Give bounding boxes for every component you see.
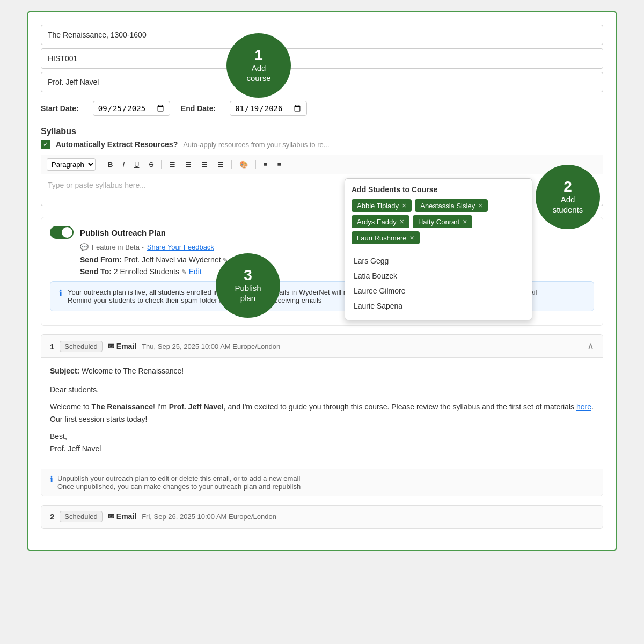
align-right-button[interactable]: ☰ bbox=[198, 159, 211, 170]
chat-icon: 💬 bbox=[80, 243, 89, 251]
email-1-subject: Subject: Welcome to The Renaissance! bbox=[50, 367, 594, 375]
auto-extract-row: ✓ Automatically Extract Resources? Auto-… bbox=[41, 140, 603, 149]
list-button[interactable]: ≡ bbox=[260, 159, 271, 170]
editor-toolbar: Paragraph B I U S ☰ ☰ ☰ ☰ 🎨 ≡ ≡ bbox=[41, 155, 603, 174]
palette-button[interactable]: 🎨 bbox=[236, 159, 251, 170]
student-list-item-lauree[interactable]: Lauree Gilmore bbox=[352, 283, 525, 298]
step-1-num: 1 bbox=[254, 48, 263, 63]
email-2-card: 2 Scheduled ✉ Email Fri, Sep 26, 2025 10… bbox=[41, 505, 603, 529]
email-1-num: 1 bbox=[50, 342, 54, 351]
student-tag-lauri-r-name: Lauri Rushmere bbox=[357, 234, 407, 242]
email-1-card: 1 Scheduled ✉ Email Thu, Sep 25, 2025 10… bbox=[41, 334, 603, 496]
unpublish-info-icon: ℹ bbox=[50, 474, 53, 491]
end-date-input[interactable] bbox=[230, 101, 307, 116]
edit-send-to-icon[interactable]: ✎ bbox=[181, 268, 187, 276]
share-feedback-link[interactable]: Share Your Feedback bbox=[147, 243, 214, 251]
align-center-button[interactable]: ☰ bbox=[182, 159, 195, 170]
unpublish-note-1: Unpublish your outreach plan to edit or … bbox=[57, 474, 301, 482]
unpublish-note-2: Once unpublished, you can make changes t… bbox=[57, 482, 301, 491]
email-1-status: Scheduled bbox=[60, 341, 102, 352]
auto-extract-hint: Auto-apply resources from your syllabus … bbox=[183, 141, 329, 149]
end-date-label: End Date: bbox=[181, 104, 216, 113]
unpublish-info-text: Unpublish your outreach plan to edit or … bbox=[57, 474, 301, 491]
auto-extract-checkbox[interactable]: ✓ bbox=[41, 140, 50, 149]
step-3-circle: 3 Publish plan bbox=[216, 253, 280, 318]
list2-button[interactable]: ≡ bbox=[274, 159, 285, 170]
send-to-label: Send To: bbox=[80, 267, 112, 276]
toolbar-sep-1 bbox=[100, 160, 100, 169]
send-from-label: Send From: bbox=[80, 255, 122, 264]
student-tag-abbie-name: Abbie Tiplady bbox=[357, 202, 399, 210]
email-1-content: Dear students, Welcome to The Renaissanc… bbox=[50, 384, 594, 455]
step-2-line2: students bbox=[553, 204, 583, 215]
beta-label: Feature in Beta - bbox=[92, 243, 144, 251]
strikethrough-button[interactable]: S bbox=[145, 159, 157, 170]
italic-button[interactable]: I bbox=[119, 159, 128, 170]
course-code-field[interactable]: HIST001 bbox=[41, 48, 603, 69]
underline-button[interactable]: U bbox=[131, 159, 142, 170]
students-dropdown: Add Students to Course Abbie Tiplady × A… bbox=[345, 178, 532, 320]
email-2-type: ✉ Email bbox=[108, 512, 136, 521]
step-2-num: 2 bbox=[564, 179, 572, 194]
student-list-item-lars[interactable]: Lars Gegg bbox=[352, 253, 525, 268]
edit-students-link[interactable]: Edit bbox=[189, 267, 202, 276]
info-icon: ℹ bbox=[59, 288, 62, 304]
remove-anestassia-icon[interactable]: × bbox=[478, 201, 482, 210]
date-row: Start Date: End Date: bbox=[41, 96, 603, 121]
email-envelope-icon: ✉ bbox=[108, 342, 114, 350]
step-1-circle: 1 Add course bbox=[226, 33, 291, 98]
course-name-field[interactable]: The Renaissance, 1300-1600 bbox=[41, 25, 603, 45]
students-dropdown-title: Add Students to Course bbox=[352, 185, 525, 194]
remove-abbie-icon[interactable]: × bbox=[402, 201, 406, 210]
student-tag-ardys-name: Ardys Eaddy bbox=[357, 218, 397, 226]
publish-toggle[interactable] bbox=[50, 226, 74, 239]
email-body-text: Welcome to The Renaissance! I'm Prof. Je… bbox=[50, 401, 594, 425]
student-tag-anestassia[interactable]: Anestassia Sisley × bbox=[415, 199, 488, 212]
syllabus-label: Syllabus bbox=[41, 127, 603, 136]
start-date-input[interactable] bbox=[93, 101, 170, 116]
students-list: Lars Gegg Latia Bouzek Lauree Gilmore La… bbox=[352, 250, 525, 313]
student-tag-hatty[interactable]: Hatty Conrart × bbox=[413, 215, 473, 228]
email-1-section: 1 Scheduled ✉ Email Thu, Sep 25, 2025 10… bbox=[41, 334, 603, 496]
student-tag-lauri-r[interactable]: Lauri Rushmere × bbox=[352, 231, 420, 244]
remove-lauri-r-icon[interactable]: × bbox=[410, 233, 414, 242]
justify-button[interactable]: ☰ bbox=[214, 159, 227, 170]
step-3-line1: Publish bbox=[235, 283, 261, 294]
student-tag-anestassia-name: Anestassia Sisley bbox=[420, 202, 475, 210]
align-left-button[interactable]: ☰ bbox=[166, 159, 179, 170]
email-1-chevron-icon[interactable]: ∧ bbox=[587, 340, 594, 352]
email-2-header: 2 Scheduled ✉ Email Fri, Sep 26, 2025 10… bbox=[41, 506, 603, 528]
email-2-timestamp: Fri, Sep 26, 2025 10:00 AM Europe/London bbox=[142, 513, 276, 521]
email-1-timestamp: Thu, Sep 25, 2025 10:00 AM Europe/London bbox=[142, 342, 280, 350]
auto-extract-label: Automatically Extract Resources? bbox=[56, 140, 178, 149]
toolbar-sep-2 bbox=[161, 160, 162, 169]
send-to-value: 2 Enrolled Students bbox=[114, 267, 181, 276]
remove-hatty-icon[interactable]: × bbox=[463, 217, 467, 226]
student-tag-abbie[interactable]: Abbie Tiplady × bbox=[352, 199, 412, 212]
instructor-field[interactable]: Prof. Jeff Navel bbox=[41, 72, 603, 92]
email-1-body: Subject: Welcome to The Renaissance! Dea… bbox=[41, 358, 603, 469]
toolbar-sep-3 bbox=[231, 160, 232, 169]
unpublish-info-box: ℹ Unpublish your outreach plan to edit o… bbox=[41, 469, 603, 496]
email-2-envelope-icon: ✉ bbox=[108, 512, 114, 521]
step-2-circle: 2 Add students bbox=[536, 165, 600, 229]
student-list-item-laurie[interactable]: Laurie Sapena bbox=[352, 298, 525, 313]
here-link[interactable]: here bbox=[576, 402, 591, 411]
student-list-item-latia[interactable]: Latia Bouzek bbox=[352, 268, 525, 283]
step-2-line1: Add bbox=[561, 194, 575, 205]
toolbar-sep-4 bbox=[255, 160, 256, 169]
start-date-label: Start Date: bbox=[41, 104, 79, 113]
email-1-type: ✉ Email bbox=[108, 342, 136, 350]
email-salutation: Dear students, bbox=[50, 384, 594, 396]
email-2-status: Scheduled bbox=[60, 511, 102, 522]
student-tag-ardys[interactable]: Ardys Eaddy × bbox=[352, 215, 409, 228]
remove-ardys-icon[interactable]: × bbox=[400, 217, 404, 226]
step-1-line1: Add bbox=[252, 63, 266, 74]
paragraph-select[interactable]: Paragraph bbox=[47, 158, 96, 171]
toggle-knob bbox=[62, 227, 72, 238]
email-closing: Best,Prof. Jeff Navel bbox=[50, 430, 594, 455]
bold-button[interactable]: B bbox=[105, 159, 116, 170]
step-3-num: 3 bbox=[244, 268, 252, 283]
step-1-line2: course bbox=[246, 73, 270, 84]
send-from-value: Prof. Jeff Navel via Wydernet bbox=[124, 255, 223, 264]
